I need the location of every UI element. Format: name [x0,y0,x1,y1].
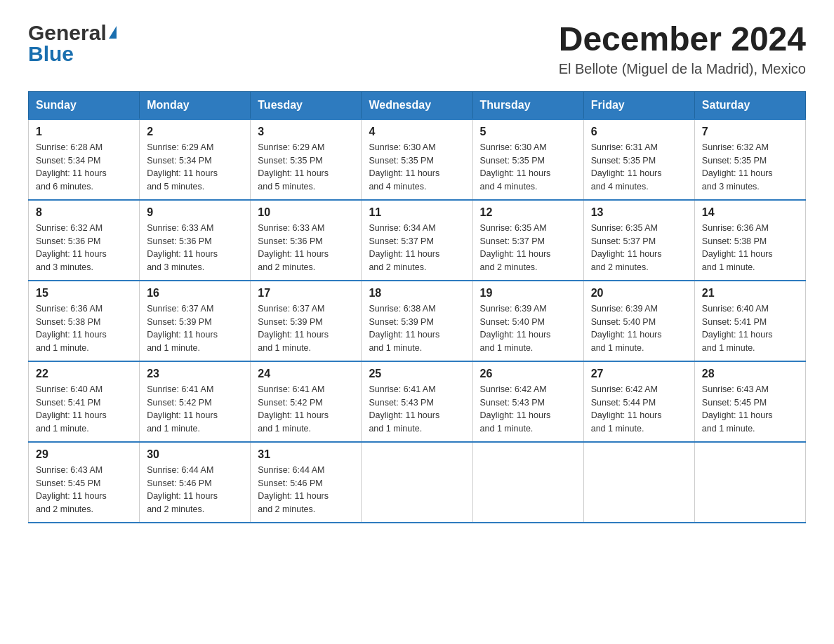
day-number: 25 [369,368,465,380]
day-number: 31 [258,448,354,461]
day-number: 7 [702,126,798,138]
day-cell-18: 18 Sunrise: 6:38 AM Sunset: 5:39 PM Dayl… [362,281,472,361]
logo: General Blue [28,21,117,66]
week-row-2: 8 Sunrise: 6:32 AM Sunset: 5:36 PM Dayli… [29,200,806,281]
day-info: Sunrise: 6:41 AM Sunset: 5:42 PM Dayligh… [258,383,354,436]
day-info: Sunrise: 6:35 AM Sunset: 5:37 PM Dayligh… [480,222,576,274]
day-info: Sunrise: 6:38 AM Sunset: 5:39 PM Dayligh… [369,302,465,355]
day-cell-26: 26 Sunrise: 6:42 AM Sunset: 5:43 PM Dayl… [472,361,583,442]
day-info: Sunrise: 6:30 AM Sunset: 5:35 PM Dayligh… [480,141,576,194]
day-cell-9: 9 Sunrise: 6:33 AM Sunset: 5:36 PM Dayli… [140,200,251,281]
day-number: 11 [369,206,465,219]
week-row-1: 1 Sunrise: 6:28 AM Sunset: 5:34 PM Dayli… [29,119,806,200]
day-cell-12: 12 Sunrise: 6:35 AM Sunset: 5:37 PM Dayl… [472,200,583,281]
weekday-header-row: SundayMondayTuesdayWednesdayThursdayFrid… [29,91,806,119]
empty-cell [362,442,472,523]
location-subtitle: El Bellote (Miguel de la Madrid), Mexico [559,61,806,77]
day-cell-2: 2 Sunrise: 6:29 AM Sunset: 5:34 PM Dayli… [140,119,251,200]
day-cell-21: 21 Sunrise: 6:40 AM Sunset: 5:41 PM Dayl… [694,281,805,361]
weekday-header-saturday: Saturday [694,91,805,119]
day-number: 22 [36,368,132,380]
day-info: Sunrise: 6:28 AM Sunset: 5:34 PM Dayligh… [36,141,132,194]
weekday-header-tuesday: Tuesday [251,91,362,119]
day-cell-22: 22 Sunrise: 6:40 AM Sunset: 5:41 PM Dayl… [29,361,140,442]
weekday-header-thursday: Thursday [472,91,583,119]
day-cell-10: 10 Sunrise: 6:33 AM Sunset: 5:36 PM Dayl… [251,200,362,281]
day-info: Sunrise: 6:31 AM Sunset: 5:35 PM Dayligh… [591,141,687,194]
day-info: Sunrise: 6:39 AM Sunset: 5:40 PM Dayligh… [591,302,687,355]
day-info: Sunrise: 6:41 AM Sunset: 5:42 PM Dayligh… [147,383,243,436]
day-info: Sunrise: 6:39 AM Sunset: 5:40 PM Dayligh… [480,302,576,355]
title-section: December 2024 El Bellote (Miguel de la M… [559,21,806,77]
day-info: Sunrise: 6:33 AM Sunset: 5:36 PM Dayligh… [258,222,354,274]
day-cell-30: 30 Sunrise: 6:44 AM Sunset: 5:46 PM Dayl… [140,442,251,523]
day-cell-16: 16 Sunrise: 6:37 AM Sunset: 5:39 PM Dayl… [140,281,251,361]
day-cell-20: 20 Sunrise: 6:39 AM Sunset: 5:40 PM Dayl… [583,281,694,361]
day-number: 10 [258,206,354,219]
day-cell-6: 6 Sunrise: 6:31 AM Sunset: 5:35 PM Dayli… [583,119,694,200]
week-row-4: 22 Sunrise: 6:40 AM Sunset: 5:41 PM Dayl… [29,361,806,442]
day-number: 1 [36,126,132,138]
empty-cell [583,442,694,523]
day-number: 16 [147,287,243,300]
day-cell-29: 29 Sunrise: 6:43 AM Sunset: 5:45 PM Dayl… [29,442,140,523]
day-number: 27 [591,368,687,380]
day-number: 5 [480,126,576,138]
day-number: 23 [147,368,243,380]
day-number: 8 [36,206,132,219]
page-header: General Blue December 2024 El Bellote (M… [28,21,806,77]
day-info: Sunrise: 6:32 AM Sunset: 5:36 PM Dayligh… [36,222,132,274]
month-year-title: December 2024 [559,21,806,58]
day-info: Sunrise: 6:32 AM Sunset: 5:35 PM Dayligh… [702,141,798,194]
day-number: 14 [702,206,798,219]
day-number: 28 [702,368,798,380]
day-number: 3 [258,126,354,138]
day-info: Sunrise: 6:29 AM Sunset: 5:34 PM Dayligh… [147,141,243,194]
day-info: Sunrise: 6:43 AM Sunset: 5:45 PM Dayligh… [702,383,798,436]
day-info: Sunrise: 6:37 AM Sunset: 5:39 PM Dayligh… [147,302,243,355]
day-number: 13 [591,206,687,219]
day-cell-27: 27 Sunrise: 6:42 AM Sunset: 5:44 PM Dayl… [583,361,694,442]
day-info: Sunrise: 6:35 AM Sunset: 5:37 PM Dayligh… [591,222,687,274]
calendar-table: SundayMondayTuesdayWednesdayThursdayFrid… [28,91,806,523]
day-cell-28: 28 Sunrise: 6:43 AM Sunset: 5:45 PM Dayl… [694,361,805,442]
day-info: Sunrise: 6:42 AM Sunset: 5:44 PM Dayligh… [591,383,687,436]
day-info: Sunrise: 6:44 AM Sunset: 5:46 PM Dayligh… [147,464,243,516]
day-number: 20 [591,287,687,300]
day-cell-19: 19 Sunrise: 6:39 AM Sunset: 5:40 PM Dayl… [472,281,583,361]
day-cell-25: 25 Sunrise: 6:41 AM Sunset: 5:43 PM Dayl… [362,361,472,442]
day-info: Sunrise: 6:41 AM Sunset: 5:43 PM Dayligh… [369,383,465,436]
week-row-5: 29 Sunrise: 6:43 AM Sunset: 5:45 PM Dayl… [29,442,806,523]
weekday-header-wednesday: Wednesday [362,91,472,119]
day-cell-4: 4 Sunrise: 6:30 AM Sunset: 5:35 PM Dayli… [362,119,472,200]
day-number: 29 [36,448,132,461]
day-number: 21 [702,287,798,300]
day-number: 12 [480,206,576,219]
day-number: 4 [369,126,465,138]
day-cell-17: 17 Sunrise: 6:37 AM Sunset: 5:39 PM Dayl… [251,281,362,361]
day-cell-31: 31 Sunrise: 6:44 AM Sunset: 5:46 PM Dayl… [251,442,362,523]
day-info: Sunrise: 6:30 AM Sunset: 5:35 PM Dayligh… [369,141,465,194]
empty-cell [694,442,805,523]
day-info: Sunrise: 6:37 AM Sunset: 5:39 PM Dayligh… [258,302,354,355]
day-number: 6 [591,126,687,138]
day-number: 2 [147,126,243,138]
day-number: 26 [480,368,576,380]
day-cell-13: 13 Sunrise: 6:35 AM Sunset: 5:37 PM Dayl… [583,200,694,281]
day-cell-3: 3 Sunrise: 6:29 AM Sunset: 5:35 PM Dayli… [251,119,362,200]
day-cell-7: 7 Sunrise: 6:32 AM Sunset: 5:35 PM Dayli… [694,119,805,200]
day-number: 17 [258,287,354,300]
day-info: Sunrise: 6:34 AM Sunset: 5:37 PM Dayligh… [369,222,465,274]
day-number: 19 [480,287,576,300]
weekday-header-monday: Monday [140,91,251,119]
day-cell-1: 1 Sunrise: 6:28 AM Sunset: 5:34 PM Dayli… [29,119,140,200]
day-info: Sunrise: 6:42 AM Sunset: 5:43 PM Dayligh… [480,383,576,436]
day-number: 18 [369,287,465,300]
day-info: Sunrise: 6:33 AM Sunset: 5:36 PM Dayligh… [147,222,243,274]
day-info: Sunrise: 6:29 AM Sunset: 5:35 PM Dayligh… [258,141,354,194]
day-info: Sunrise: 6:36 AM Sunset: 5:38 PM Dayligh… [36,302,132,355]
day-number: 30 [147,448,243,461]
day-cell-15: 15 Sunrise: 6:36 AM Sunset: 5:38 PM Dayl… [29,281,140,361]
weekday-header-friday: Friday [583,91,694,119]
day-cell-11: 11 Sunrise: 6:34 AM Sunset: 5:37 PM Dayl… [362,200,472,281]
